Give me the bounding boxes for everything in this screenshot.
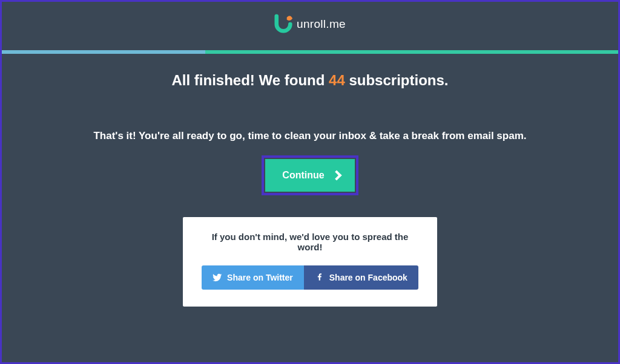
share-facebook-button[interactable]: Share on Facebook	[304, 265, 418, 290]
share-row: Share on Twitter Share on Facebook	[199, 265, 421, 290]
continue-label: Continue	[282, 170, 324, 181]
brand-logo: unroll.me	[274, 14, 346, 34]
continue-wrap: Continue	[2, 159, 618, 192]
headline-prefix: All finished! We found	[172, 72, 329, 88]
share-title: If you don't mind, we'd love you to spre…	[199, 232, 421, 252]
subscription-count: 44	[329, 72, 345, 88]
facebook-icon	[315, 273, 325, 282]
subheadline: That's it! You're all ready to go, time …	[2, 130, 618, 142]
chevron-right-icon	[331, 171, 341, 181]
continue-button[interactable]: Continue	[265, 159, 354, 192]
share-twitter-button[interactable]: Share on Twitter	[202, 265, 304, 290]
share-twitter-label: Share on Twitter	[227, 273, 293, 282]
share-card: If you don't mind, we'd love you to spre…	[183, 217, 437, 307]
header: unroll.me	[2, 2, 618, 50]
unroll-logo-icon	[274, 14, 294, 34]
headline: All finished! We found 44 subscriptions.	[2, 72, 618, 89]
accent-divider	[2, 50, 618, 54]
brand-name: unroll.me	[297, 18, 346, 31]
twitter-icon	[213, 273, 222, 282]
headline-suffix: subscriptions.	[345, 72, 449, 88]
share-facebook-label: Share on Facebook	[329, 273, 407, 282]
